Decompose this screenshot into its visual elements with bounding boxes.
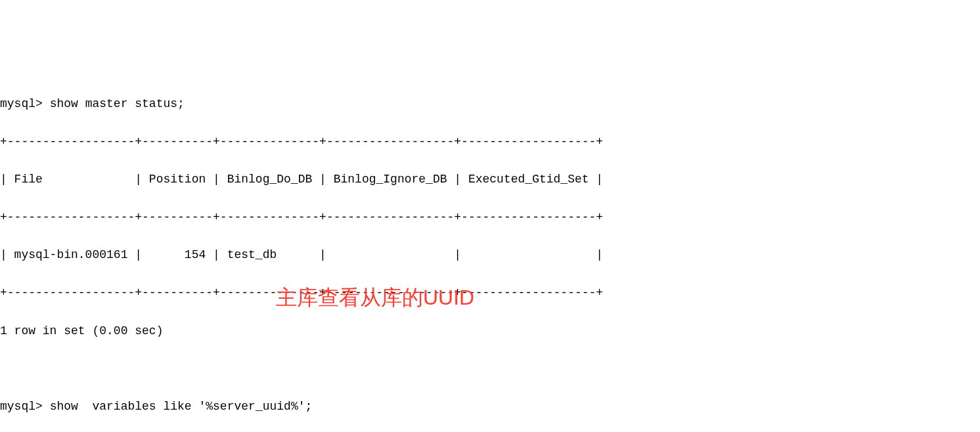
mysql-prompt: mysql> bbox=[0, 400, 50, 413]
annotation-text: 主库查看从库的UUID bbox=[276, 281, 474, 314]
blank-line bbox=[0, 359, 980, 378]
table-header: | File | Position | Binlog_Do_DB | Binlo… bbox=[0, 170, 980, 189]
sql-command: show variables like '%server_uuid%'; bbox=[50, 400, 313, 413]
table-border: +------------------+----------+---------… bbox=[0, 284, 980, 303]
table-border: +------------------+----------+---------… bbox=[0, 208, 980, 227]
mysql-prompt-line[interactable]: mysql> show master status; bbox=[0, 95, 980, 114]
sql-command: show master status; bbox=[50, 97, 185, 110]
table-row: | mysql-bin.000161 | 154 | test_db | | | bbox=[0, 246, 980, 265]
mysql-prompt-line[interactable]: mysql> show variables like '%server_uuid… bbox=[0, 397, 980, 416]
table-border: +------------------+----------+---------… bbox=[0, 133, 980, 152]
mysql-prompt: mysql> bbox=[0, 97, 50, 110]
terminal-output: mysql> show master status; +------------… bbox=[0, 76, 980, 432]
result-footer: 1 row in set (0.00 sec) bbox=[0, 322, 980, 341]
